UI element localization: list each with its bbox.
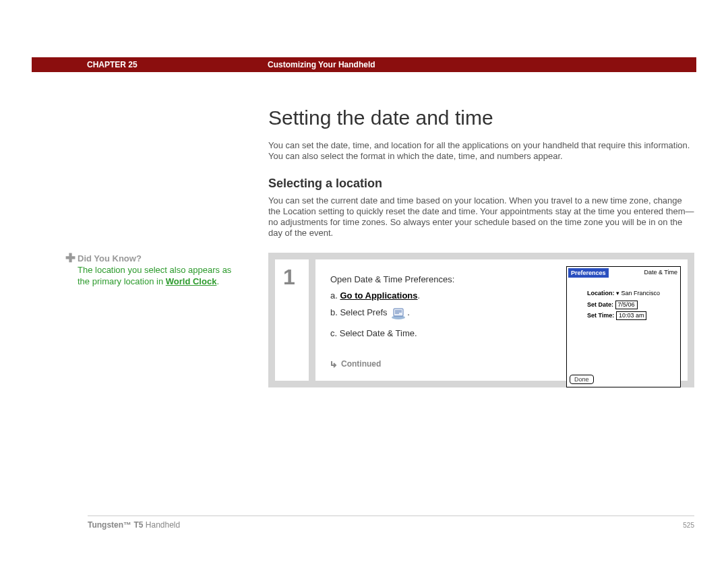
shot-done-button: Done xyxy=(570,375,594,384)
continued-arrow-icon xyxy=(330,360,338,368)
shot-date-row: Set Date: 7/5/06 xyxy=(587,301,638,309)
step-b-suffix: . xyxy=(407,307,410,317)
shot-set-time-label: Set Time: xyxy=(587,312,614,319)
footer-product-bold: Tungsten™ T5 xyxy=(88,520,143,530)
shot-location-label: Location: xyxy=(587,290,615,296)
did-you-know: ✚ Did You Know? The location you select … xyxy=(78,253,246,287)
shot-date-time-label: Date & Time xyxy=(642,268,679,276)
shot-location-row: Location: ▾ San Francisco xyxy=(587,290,660,296)
world-clock-link[interactable]: World Clock xyxy=(166,276,217,286)
dyk-text-post: . xyxy=(216,276,219,286)
shot-set-date-label: Set Date: xyxy=(587,301,613,308)
step-a: a. Go to Applications. xyxy=(330,290,420,301)
step-open-text: Open Date & Time Preferences: xyxy=(330,274,454,284)
shot-time-value: 10:03 am xyxy=(616,311,647,320)
handheld-screenshot: Preferences Date & Time Location: ▾ San … xyxy=(566,266,681,387)
page-title: Setting the date and time xyxy=(268,106,493,129)
shot-location-value: San Francisco xyxy=(621,290,661,296)
shot-time-row: Set Time: 10:03 am xyxy=(587,311,646,320)
section-label: Customizing Your Handheld xyxy=(268,60,375,69)
step-a-prefix: a. xyxy=(330,290,340,301)
intro-paragraph: You can set the date, time, and location… xyxy=(268,140,694,162)
dyk-title: Did You Know? xyxy=(78,253,142,263)
header-bar: CHAPTER 25 Customizing Your Handheld xyxy=(32,57,696,72)
continued-text: Continued xyxy=(341,359,381,369)
prefs-icon xyxy=(391,307,406,321)
footer-product: Tungsten™ T5 Handheld xyxy=(88,520,180,530)
go-to-applications-link[interactable]: Go to Applications xyxy=(340,290,417,301)
shot-date-value: 7/5/06 xyxy=(615,301,638,309)
footer-page-number: 525 xyxy=(683,522,694,529)
step-c: c. Select Date & Time. xyxy=(330,328,420,338)
step-b-prefix: b. Select Prefs xyxy=(330,307,390,317)
footer-divider xyxy=(88,516,694,516)
chapter-label: CHAPTER 25 xyxy=(87,60,138,69)
step-box: 1 Open Date & Time Preferences: a. Go to… xyxy=(268,253,694,387)
step-number: 1 xyxy=(283,265,295,290)
step-body: Open Date & Time Preferences: a. Go to A… xyxy=(315,259,688,381)
chevron-down-icon: ▾ xyxy=(616,290,619,296)
step-list: a. Go to Applications. b. Select Prefs .… xyxy=(330,290,420,345)
footer-product-rest: Handheld xyxy=(143,520,180,530)
continued-label: Continued xyxy=(330,359,381,369)
step-number-panel: 1 xyxy=(275,259,309,381)
step-a-suffix: . xyxy=(418,290,421,301)
step-b: b. Select Prefs . xyxy=(330,307,420,321)
subheading-paragraph: You can set the current date and time ba… xyxy=(268,195,694,239)
shot-prefs-title: Preferences xyxy=(568,268,609,278)
plus-icon: ✚ xyxy=(65,253,75,264)
shot-titlebar: Preferences Date & Time xyxy=(568,268,679,278)
subheading: Selecting a location xyxy=(268,177,382,191)
